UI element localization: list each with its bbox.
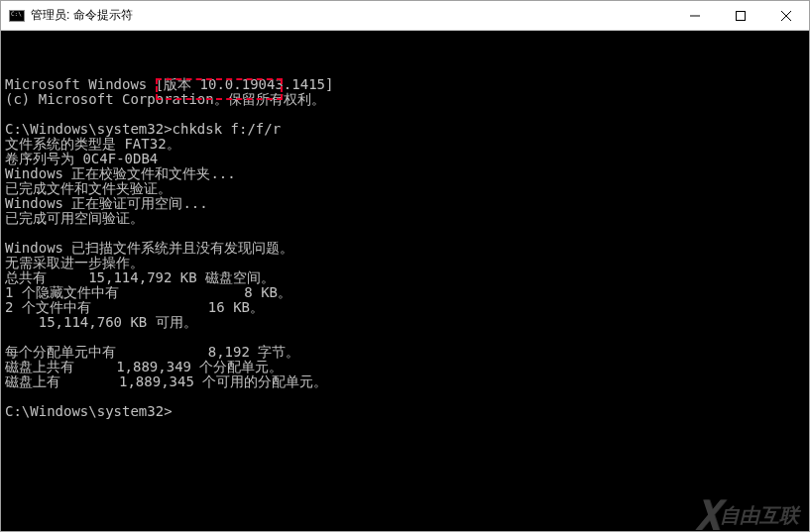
- terminal-line: [5, 330, 805, 345]
- terminal-line: 磁盘上共有 1,889,349 个分配单元。: [5, 360, 805, 374]
- titlebar[interactable]: 管理员: 命令提示符: [1, 1, 809, 31]
- terminal-line: 卷序列号为 0C4F-0DB4: [5, 152, 805, 166]
- terminal-line: Windows 已扫描文件系统并且没有发现问题。: [5, 241, 805, 256]
- maximize-button[interactable]: [718, 1, 763, 30]
- window-controls: [672, 1, 809, 30]
- terminal-line: 总共有 15,114,792 KB 磁盘空间。: [5, 270, 805, 285]
- terminal-line: 每个分配单元中有 8,192 字节。: [5, 345, 805, 360]
- terminal-line: 无需采取进一步操作。: [5, 256, 805, 270]
- watermark: X 自由互联: [695, 508, 799, 523]
- terminal-line: (c) Microsoft Corporation。保留所有权利。: [5, 92, 805, 107]
- terminal-line: [5, 107, 805, 122]
- watermark-text: 自由互联: [720, 508, 799, 523]
- terminal-line: 15,114,760 KB 可用。: [5, 315, 805, 330]
- terminal-line: Microsoft Windows [版本 10.0.19043.1415]: [5, 77, 805, 92]
- close-button[interactable]: [763, 1, 809, 30]
- minimize-button[interactable]: [672, 1, 718, 30]
- terminal-line: 2 个文件中有 16 KB。: [5, 300, 805, 315]
- terminal-line: C:\Windows\system32>chkdsk f:/f/r: [5, 122, 805, 137]
- terminal-line: 已完成文件和文件夹验证。: [5, 181, 805, 196]
- terminal-line: 磁盘上有 1,889,345 个可用的分配单元。: [5, 374, 805, 389]
- terminal-line: 1 个隐藏文件中有 8 KB。: [5, 285, 805, 300]
- terminal-line: [5, 389, 805, 404]
- svg-rect-1: [737, 11, 746, 20]
- watermark-logo-icon: X: [695, 508, 714, 523]
- terminal-output[interactable]: Microsoft Windows [版本 10.0.19043.1415](c…: [1, 31, 809, 531]
- command-prompt-window: 管理员: 命令提示符 Microsoft Windows [版本 10.0.19…: [0, 0, 810, 532]
- terminal-line: Windows 正在验证可用空间...: [5, 196, 805, 211]
- terminal-line: 已完成可用空间验证。: [5, 211, 805, 226]
- terminal-line: Windows 正在校验文件和文件夹...: [5, 166, 805, 181]
- terminal-line: 文件系统的类型是 FAT32。: [5, 137, 805, 152]
- terminal-line: C:\Windows\system32>: [5, 404, 805, 419]
- terminal-line: [5, 226, 805, 241]
- app-icon: [9, 8, 25, 24]
- window-title: 管理员: 命令提示符: [31, 7, 672, 24]
